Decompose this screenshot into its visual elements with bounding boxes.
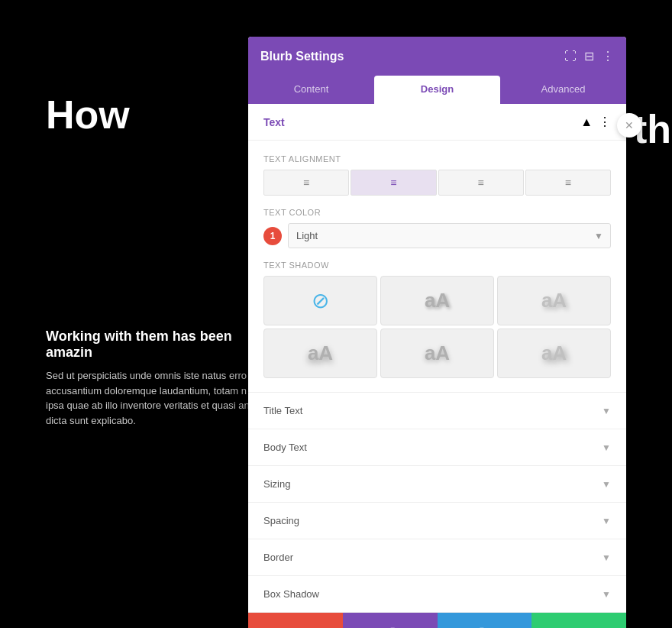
undo-button[interactable]: ↺: [343, 613, 438, 628]
align-left-btn[interactable]: ≡: [263, 170, 349, 196]
tab-advanced[interactable]: Advanced: [500, 76, 626, 104]
section-border: Border ▼: [248, 539, 626, 576]
section-body-text: Body Text ▼: [248, 429, 626, 466]
bg-testimonial: Working with them has been amazin Sed ut…: [46, 329, 260, 428]
section-border-header[interactable]: Border ▼: [248, 539, 626, 575]
color-select[interactable]: Light Dark Custom: [288, 223, 611, 248]
spacing-chevron: ▼: [602, 516, 611, 526]
border-label: Border: [263, 552, 293, 563]
shadow-s3-btn[interactable]: aA: [263, 329, 377, 378]
title-text-chevron: ▼: [602, 406, 611, 416]
section-sizing-header[interactable]: Sizing ▼: [248, 466, 626, 502]
section-spacing: Spacing ▼: [248, 503, 626, 539]
columns-icon[interactable]: ⊟: [584, 49, 594, 63]
more-icon[interactable]: ⋮: [602, 49, 614, 63]
panel-body: Text ▲ ⋮ Text Alignment ≡ ≡ ≡ ≡ Text Col…: [248, 104, 626, 613]
panel-title: Blurb Settings: [260, 50, 344, 63]
alignment-label: Text Alignment: [263, 154, 611, 163]
shadow-none-btn[interactable]: ⊘: [263, 276, 377, 325]
options-icon[interactable]: ⋮: [599, 115, 611, 129]
tab-content[interactable]: Content: [248, 76, 374, 104]
panel-header-icons: ⛶ ⊟ ⋮: [564, 49, 614, 63]
color-label: Text Color: [263, 208, 611, 217]
bottom-toolbar: ✕ ↺ ↻ ✓: [248, 613, 626, 628]
section-text: Text ▲ ⋮ Text Alignment ≡ ≡ ≡ ≡ Text Col…: [248, 104, 626, 393]
tab-design[interactable]: Design: [374, 76, 500, 104]
body-text-label: Body Text: [263, 442, 307, 453]
section-box-shadow: Box Shadow ▼: [248, 576, 626, 613]
section-text-content: Text Alignment ≡ ≡ ≡ ≡ Text Color 1 Ligh…: [248, 141, 626, 392]
text-color-field: Text Color 1 Light Dark Custom ▼: [263, 208, 611, 248]
section-title-text: Title Text ▼: [248, 393, 626, 429]
panel-header: Blurb Settings ⛶ ⊟ ⋮: [248, 37, 626, 76]
redo-button[interactable]: ↻: [438, 613, 532, 628]
section-sizing: Sizing ▼: [248, 466, 626, 503]
shadow-grid: ⊘ aA aA aA aA: [263, 276, 611, 378]
bg-heading: How: [46, 92, 130, 138]
align-center-btn[interactable]: ≡: [351, 170, 436, 196]
title-text-label: Title Text: [263, 405, 302, 416]
testimonial-title: Working with them has been amazin: [46, 329, 260, 361]
box-shadow-chevron: ▼: [602, 589, 611, 600]
section-text-icons: ▲ ⋮: [580, 115, 611, 129]
border-chevron: ▼: [602, 552, 611, 563]
cancel-button[interactable]: ✕: [248, 613, 343, 628]
section-spacing-header[interactable]: Spacing ▼: [248, 503, 626, 539]
settings-panel: Blurb Settings ⛶ ⊟ ⋮ Content Design Adva…: [248, 37, 626, 628]
align-justify-btn[interactable]: ≡: [525, 170, 611, 196]
shadow-s2-btn[interactable]: aA: [497, 276, 611, 325]
section-title-text-header[interactable]: Title Text ▼: [248, 393, 626, 429]
panel-close-button[interactable]: ✕: [617, 113, 641, 138]
body-text-chevron: ▼: [602, 442, 611, 453]
sizing-chevron: ▼: [602, 479, 611, 490]
panel-tabs: Content Design Advanced: [248, 76, 626, 104]
section-body-text-header[interactable]: Body Text ▼: [248, 429, 626, 465]
fullscreen-icon[interactable]: ⛶: [564, 50, 577, 63]
shadow-s1-btn[interactable]: aA: [380, 276, 494, 325]
shadow-label: Text Shadow: [263, 261, 611, 270]
sizing-label: Sizing: [263, 478, 290, 490]
text-shadow-field: Text Shadow ⊘ aA aA aA: [263, 261, 611, 378]
spacing-label: Spacing: [263, 515, 299, 526]
shadow-s5-btn[interactable]: aA: [497, 329, 611, 378]
testimonial-body: Sed ut perspiciatis unde omnis iste natu…: [46, 368, 260, 428]
section-text-header[interactable]: Text ▲ ⋮: [248, 104, 626, 141]
section-box-shadow-header[interactable]: Box Shadow ▼: [248, 576, 626, 612]
color-indicator[interactable]: 1: [263, 227, 282, 245]
save-button[interactable]: ✓: [531, 613, 626, 628]
shadow-s4-btn[interactable]: aA: [380, 329, 494, 378]
align-right-btn[interactable]: ≡: [438, 170, 524, 196]
alignment-buttons: ≡ ≡ ≡ ≡: [263, 170, 611, 196]
section-text-title: Text: [263, 116, 285, 128]
collapse-icon[interactable]: ▲: [580, 115, 593, 129]
color-select-wrapper: 1 Light Dark Custom ▼: [263, 223, 611, 248]
box-shadow-label: Box Shadow: [263, 588, 319, 600]
